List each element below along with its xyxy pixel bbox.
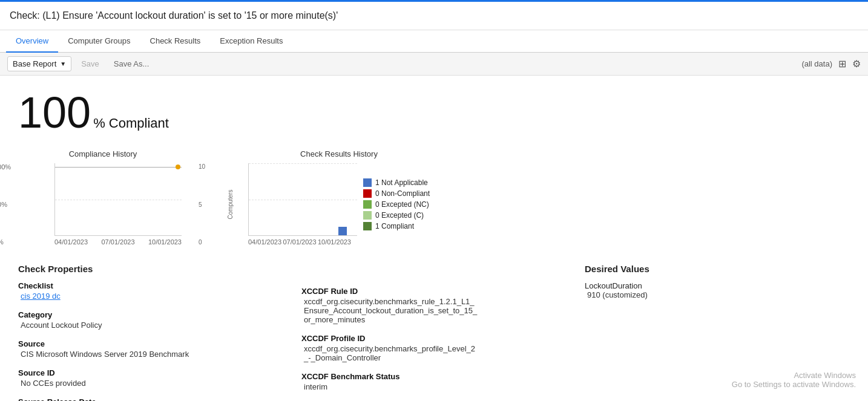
prop-source: Source CIS Microsoft Windows Server 2019… xyxy=(18,339,283,359)
check-results-x-labels: 04/01/2023 07/01/2023 10/01/2023 xyxy=(248,238,351,246)
legend-non-compliant: 0 Non-Compliant xyxy=(363,189,430,198)
tab-exception-results[interactable]: Exception Results xyxy=(210,30,292,53)
legend-color-compliant xyxy=(363,222,372,230)
prop-xccdf-benchmark-status: XCCDF Benchmark Status interim xyxy=(301,372,567,391)
legend-compliant: 1 Compliant xyxy=(363,222,430,230)
chart-legend: 1 Not Applicable 0 Non-Compliant 0 Excep… xyxy=(363,163,430,246)
y-axis-label: Computers xyxy=(227,190,234,220)
check-properties-col: Check Properties Checklist cis 2019 dc C… xyxy=(18,264,283,401)
page-title: Check: (L1) Ensure 'Account lockout dura… xyxy=(10,10,338,21)
legend-excepted-c: 0 Excepted (C) xyxy=(363,211,430,220)
check-results-history-chart: Check Results History Computers 10 5 0 xyxy=(212,149,466,246)
filter-icon[interactable]: ⊞ xyxy=(838,58,846,70)
compliance-number: 100 xyxy=(18,88,91,137)
legend-color-excepted-nc xyxy=(363,200,372,209)
tabs-bar: Overview Computer Groups Check Results E… xyxy=(0,30,868,53)
prop-source-release-date: Source Release Date 2023-04-11 xyxy=(18,397,283,401)
toolbar-right: (all data) ⊞ ⚙ xyxy=(801,58,861,70)
main-content: 100% Compliant Compliance History 100% 5… xyxy=(0,76,868,401)
legend-color-excepted-c xyxy=(363,211,372,220)
prop-source-id: Source ID No CCEs provided xyxy=(18,368,283,388)
bar-not-applicable xyxy=(338,227,347,235)
tab-computer-groups[interactable]: Computer Groups xyxy=(58,30,140,53)
desired-val: 910 (customized) xyxy=(585,290,850,299)
compliance-y-labels: 100% 50% 0% xyxy=(0,163,11,246)
compliance-dot xyxy=(176,165,180,169)
toolbar: Base Report ▼ Save Save As... (all data)… xyxy=(0,53,868,76)
desired-values-header: Desired Values xyxy=(585,264,850,274)
filter-label: (all data) xyxy=(801,59,832,68)
prop-xccdf-profile-id: XCCDF Profile ID xccdf_org.cisecurity.be… xyxy=(301,334,567,362)
check-results-chart-area xyxy=(248,163,357,236)
compliance-history-chart: Compliance History 100% 50% 0% 04/01/202… xyxy=(18,149,188,246)
compliance-history-title: Compliance History xyxy=(18,149,188,158)
report-label: Base Report xyxy=(13,59,56,68)
save-as-button[interactable]: Save As... xyxy=(109,57,154,71)
prop-xccdf-rule-id: XCCDF Rule ID xccdf_org.cisecurity.bench… xyxy=(301,287,567,324)
legend-color-not-applicable xyxy=(363,178,372,187)
legend-color-non-compliant xyxy=(363,189,372,198)
prop-checklist: Checklist cis 2019 dc xyxy=(18,281,283,301)
compliance-row: 100% Compliant xyxy=(18,88,850,137)
title-bar: Check: (L1) Ensure 'Account lockout dura… xyxy=(0,0,868,30)
check-properties-header: Check Properties xyxy=(18,264,283,274)
chevron-down-icon: ▼ xyxy=(60,60,66,67)
desired-value-group: LockoutDuration 910 (customized) xyxy=(585,281,850,299)
compliance-label: % Compliant xyxy=(93,116,169,131)
check-results-title: Check Results History xyxy=(212,149,466,158)
tab-check-results[interactable]: Check Results xyxy=(140,30,211,53)
charts-row: Compliance History 100% 50% 0% 04/01/202… xyxy=(18,149,850,246)
properties-section: Check Properties Checklist cis 2019 dc C… xyxy=(18,264,850,401)
tab-overview[interactable]: Overview xyxy=(6,30,58,53)
save-button[interactable]: Save xyxy=(76,57,104,71)
prop-category: Category Account Lockout Policy xyxy=(18,310,283,330)
desired-values-col: Desired Values LockoutDuration 910 (cust… xyxy=(585,264,850,401)
legend-excepted-nc: 0 Excepted (NC) xyxy=(363,200,430,209)
compliance-chart-area xyxy=(54,163,182,236)
xccdf-col: XCCDF Rule ID xccdf_org.cisecurity.bench… xyxy=(301,287,567,401)
legend-not-applicable: 1 Not Applicable xyxy=(363,178,430,187)
compliance-x-labels: 04/01/2023 07/01/2023 10/01/2023 xyxy=(54,238,182,246)
compliance-line xyxy=(55,167,182,168)
gear-icon[interactable]: ⚙ xyxy=(852,58,861,70)
desired-key: LockoutDuration xyxy=(585,281,850,290)
checklist-link[interactable]: cis 2019 dc xyxy=(18,292,283,301)
check-results-y-labels: 10 5 0 xyxy=(199,163,205,246)
report-dropdown[interactable]: Base Report ▼ xyxy=(7,56,71,71)
